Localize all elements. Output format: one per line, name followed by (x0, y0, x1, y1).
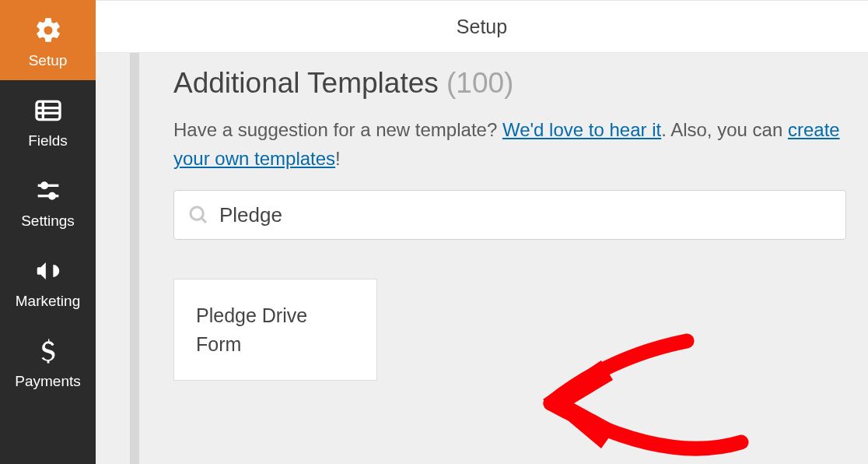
svg-line-9 (201, 218, 206, 223)
sidebar: Setup Fields Settings Marketing Payments (0, 0, 96, 464)
content-divider (130, 53, 139, 464)
sidebar-item-payments[interactable]: Payments (0, 321, 96, 401)
sidebar-label: Fields (28, 133, 68, 148)
svg-point-7 (49, 193, 54, 199)
search-input[interactable] (219, 203, 833, 227)
templates-panel: Additional Templates (100) Have a sugges… (173, 53, 868, 464)
search-box[interactable] (173, 190, 846, 240)
gear-icon (32, 14, 65, 47)
subtext-part: ! (335, 148, 341, 169)
sidebar-label: Settings (21, 213, 75, 228)
template-card-pledge-drive[interactable]: Pledge Drive Form (173, 279, 377, 381)
sliders-icon (32, 174, 65, 207)
bullhorn-icon (32, 255, 65, 287)
content-wrap: Additional Templates (100) Have a sugges… (96, 53, 868, 464)
templates-subtext: Have a suggestion for a new template? We… (173, 115, 846, 173)
sidebar-label: Setup (29, 53, 68, 68)
page-title: Setup (457, 16, 507, 38)
main-area: Setup Additional Templates (100) Have a … (96, 0, 868, 464)
svg-point-8 (191, 207, 203, 220)
svg-point-5 (41, 183, 47, 188)
list-icon (32, 94, 65, 127)
sidebar-item-setup[interactable]: Setup (0, 0, 96, 80)
templates-heading: Additional Templates (100) (173, 67, 846, 100)
suggestion-link[interactable]: We'd love to hear it (502, 119, 661, 140)
subtext-part: Have a suggestion for a new template? (173, 119, 502, 140)
heading-text: Additional Templates (173, 67, 439, 99)
svg-rect-0 (37, 101, 60, 119)
subtext-part: . Also, you can (661, 119, 788, 140)
dollar-icon (32, 335, 65, 367)
sidebar-item-settings[interactable]: Settings (0, 160, 96, 241)
template-title: Pledge Drive Form (196, 301, 355, 358)
sidebar-label: Payments (15, 374, 80, 388)
annotation-arrow-icon (508, 310, 803, 464)
sidebar-item-fields[interactable]: Fields (0, 80, 96, 160)
search-icon (187, 203, 210, 227)
templates-count: (100) (446, 67, 513, 99)
sidebar-label: Marketing (16, 294, 80, 308)
app-root: Setup Fields Settings Marketing Payments (0, 0, 868, 464)
topbar: Setup (96, 0, 868, 53)
sidebar-item-marketing[interactable]: Marketing (0, 241, 96, 321)
